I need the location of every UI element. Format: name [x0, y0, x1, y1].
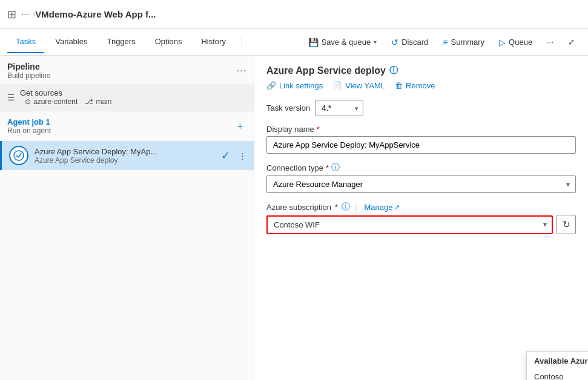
task-info: Azure App Service Deploy: MyAp... Azure …	[35, 147, 215, 165]
get-sources-info: Get sources ⊙ azure-content ⎇ main	[20, 88, 111, 106]
agent-job-subtitle: Run on agent	[7, 126, 51, 135]
discard-label: Discard	[401, 38, 428, 47]
agent-job-title: Agent job 1	[7, 117, 51, 126]
task-icon	[9, 146, 28, 165]
tab-tasks[interactable]: Tasks	[7, 31, 44, 53]
manage-label: Manage	[364, 203, 392, 212]
queue-label: Queue	[509, 38, 532, 47]
dropdown-section1-header: Available Azure service connections	[527, 352, 588, 368]
display-name-required: *	[317, 125, 320, 134]
refresh-subscription-button[interactable]: ↻	[557, 215, 576, 234]
expand-icon: ⤢	[568, 38, 575, 47]
svg-point-0	[14, 151, 24, 160]
section-title: Azure App Service deploy ⓘ	[266, 65, 576, 76]
dropdown-item-contoso[interactable]: Contoso	[527, 368, 588, 380]
left-panel: Pipeline Build pipeline ··· ☰ Get source…	[0, 56, 254, 380]
connection-type-row: Connection type * ⓘ Azure Resource Manag…	[266, 162, 576, 193]
github-icon: ⊙	[25, 97, 31, 106]
pipeline-subtitle: Build pipeline	[7, 71, 50, 80]
task-version-wrapper: 4.* 3.* ▾	[315, 100, 363, 116]
save-queue-caret: ▾	[374, 39, 377, 45]
task-kebab-menu[interactable]: ⋮	[239, 151, 246, 160]
connection-type-select[interactable]: Azure Resource Manager Classic	[266, 175, 576, 193]
summary-icon: ≡	[443, 38, 448, 47]
link-settings-button[interactable]: 🔗 Link settings	[266, 81, 323, 90]
branch-item: ⎇ main	[85, 97, 111, 106]
right-panel: Azure App Service deploy ⓘ 🔗 Link settin…	[254, 56, 588, 380]
nav-divider	[242, 35, 242, 50]
main-layout: Pipeline Build pipeline ··· ☰ Get source…	[0, 56, 588, 380]
task-name: Azure App Service Deploy: MyAp...	[35, 147, 215, 156]
task-version-select[interactable]: 4.* 3.*	[315, 100, 363, 116]
subscription-input-row: Contoso WIF Contoso ▾ ↻	[266, 215, 576, 234]
task-version-label: Task version	[266, 103, 310, 113]
azure-subscription-label: Azure subscription	[266, 203, 331, 212]
pipeline-info: Pipeline Build pipeline	[7, 62, 50, 80]
pipe-separator: |	[355, 203, 357, 212]
summary-button[interactable]: ≡ Summary	[437, 34, 491, 50]
agent-job-info: Agent job 1 Run on agent	[7, 117, 51, 135]
tab-variables[interactable]: Variables	[47, 31, 96, 53]
connection-type-wrapper: Azure Resource Manager Classic ▾	[266, 175, 576, 193]
azure-deploy-icon	[13, 150, 24, 161]
subscription-select[interactable]: Contoso WIF Contoso	[266, 215, 553, 234]
repo-name: azure-content	[33, 97, 78, 106]
connection-type-label: Connection type * ⓘ	[266, 162, 576, 173]
task-subtitle: Azure App Service deploy	[35, 156, 215, 165]
tab-triggers[interactable]: Triggers	[98, 31, 144, 53]
remove-label: Remove	[406, 81, 435, 90]
connection-type-info-icon[interactable]: ⓘ	[331, 162, 340, 173]
agent-job-row: Agent job 1 Run on agent +	[0, 111, 254, 141]
remove-button[interactable]: 🗑 Remove	[395, 81, 435, 90]
queue-button[interactable]: ▷ Queue	[493, 34, 538, 50]
display-name-input[interactable]	[266, 136, 576, 154]
azure-subscription-row: Azure subscription * ⓘ | Manage ↗ Contos…	[266, 201, 576, 234]
save-queue-button[interactable]: 💾 Save & queue ▾	[302, 34, 383, 50]
subscription-select-wrapper: Contoso WIF Contoso ▾	[266, 215, 553, 234]
branch-icon: ⎇	[85, 97, 93, 106]
pipeline-menu-button[interactable]: ···	[237, 65, 246, 76]
link-settings-icon: 🔗	[266, 81, 276, 90]
display-name-row: Display name *	[266, 125, 576, 154]
pipeline-header: Pipeline Build pipeline ···	[0, 56, 254, 84]
azure-subscription-required: *	[335, 203, 338, 212]
task-version-row: Task version 4.* 3.* ▾	[266, 100, 576, 116]
display-name-label: Display name *	[266, 125, 576, 134]
connection-type-required: *	[326, 163, 329, 172]
tab-history[interactable]: History	[193, 31, 234, 53]
manage-link[interactable]: Manage ↗	[364, 203, 400, 212]
add-task-button[interactable]: +	[234, 120, 246, 133]
nav-more-button[interactable]: ···	[541, 34, 560, 50]
nav-more-icon: ···	[547, 38, 553, 47]
pipeline-title: Pipeline	[7, 62, 50, 71]
repo-item: ⊙ azure-content	[25, 97, 78, 106]
top-bar-more[interactable]: ···	[21, 9, 29, 20]
task-row[interactable]: Azure App Service Deploy: MyAp... Azure …	[0, 141, 254, 170]
get-sources-label: Get sources	[20, 88, 62, 97]
expand-button[interactable]: ⤢	[562, 34, 581, 50]
azure-subscription-info-icon[interactable]: ⓘ	[342, 201, 350, 212]
save-icon: 💾	[308, 38, 319, 47]
subscription-label-row: Azure subscription * ⓘ | Manage ↗	[266, 201, 576, 212]
section-title-text: Azure App Service deploy	[266, 65, 386, 76]
discard-button[interactable]: ↺ Discard	[385, 34, 434, 50]
discard-icon: ↺	[391, 38, 398, 47]
remove-icon: 🗑	[395, 81, 403, 90]
link-row: 🔗 Link settings 📄 View YAML 🗑 Remove	[266, 81, 576, 90]
app-icon: ⊞	[7, 8, 16, 21]
view-yaml-label: View YAML	[345, 81, 385, 90]
get-sources-row: ☰ Get sources ⊙ azure-content ⎇ main	[0, 84, 254, 111]
nav-tabs: Tasks Variables Triggers Options History…	[0, 29, 588, 56]
get-sources-icon: ☰	[7, 93, 15, 102]
top-bar: ⊞ ··· › VMdemo-Azure Web App f...	[0, 0, 588, 29]
get-sources-meta: ⊙ azure-content ⎇ main	[25, 97, 111, 106]
view-yaml-button[interactable]: 📄 View YAML	[332, 81, 385, 90]
section-info-icon[interactable]: ⓘ	[389, 65, 398, 76]
nav-actions: 💾 Save & queue ▾ ↺ Discard ≡ Summary ▷ Q…	[302, 34, 581, 50]
subscription-dropdown: Available Azure service connections Cont…	[526, 351, 588, 380]
queue-icon: ▷	[499, 38, 506, 47]
save-queue-label: Save & queue	[322, 38, 371, 47]
refresh-icon: ↻	[563, 219, 570, 230]
page-title: VMdemo-Azure Web App f...	[35, 9, 156, 19]
tab-options[interactable]: Options	[147, 31, 191, 53]
